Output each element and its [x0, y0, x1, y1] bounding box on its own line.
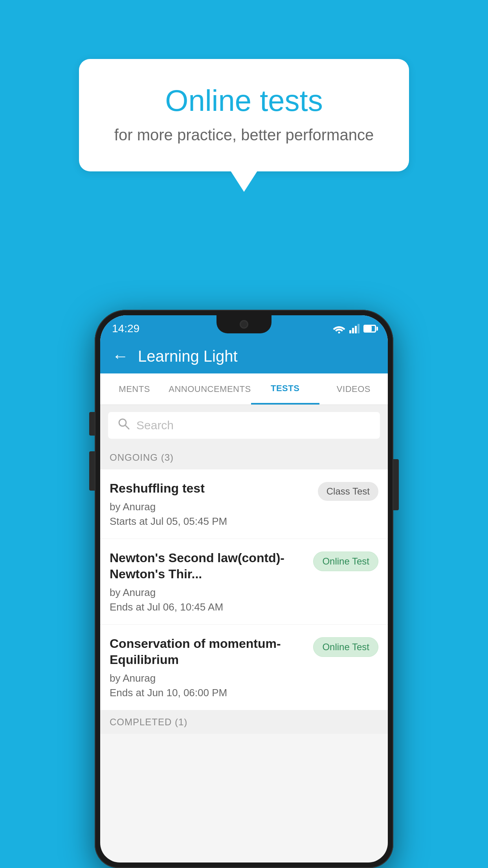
list-item[interactable]: Reshuffling test by Anurag Starts at Jul…	[100, 469, 388, 539]
svg-rect-2	[352, 328, 354, 333]
phone-frame: 14:29	[95, 310, 393, 868]
volume-down-button	[89, 451, 95, 491]
app-header: ← Learning Light	[100, 339, 388, 373]
svg-rect-4	[358, 324, 360, 333]
status-time: 14:29	[112, 322, 139, 335]
phone-container: 14:29	[95, 310, 393, 868]
test-by: by Anurag	[110, 501, 312, 513]
power-button	[393, 459, 399, 510]
speech-bubble-container: Online tests for more practice, better p…	[79, 59, 409, 171]
class-test-badge: Class Test	[318, 482, 378, 501]
online-test-badge: Online Test	[313, 637, 378, 657]
speech-bubble-subtitle: for more practice, better performance	[110, 126, 378, 144]
status-icons	[333, 324, 376, 333]
list-item[interactable]: Newton's Second law(contd)-Newton's Thir…	[100, 539, 388, 625]
search-icon	[117, 417, 130, 434]
test-by: by Anurag	[110, 587, 307, 599]
front-camera	[240, 320, 248, 329]
back-button[interactable]: ←	[112, 348, 128, 364]
tab-assignments[interactable]: MENTS	[100, 373, 169, 405]
svg-point-0	[338, 332, 340, 334]
completed-label: COMPLETED (1)	[110, 717, 187, 727]
test-info: Newton's Second law(contd)-Newton's Thir…	[110, 550, 307, 613]
phone-screen: 14:29	[100, 315, 388, 862]
signal-icon	[349, 324, 360, 333]
volume-up-button	[89, 412, 95, 436]
speech-bubble: Online tests for more practice, better p…	[79, 59, 409, 171]
tab-tests[interactable]: TESTS	[251, 373, 319, 405]
svg-rect-3	[355, 326, 357, 333]
search-bar[interactable]: Search	[108, 412, 380, 439]
test-info: Conservation of momentum-Equilibrium by …	[110, 636, 307, 699]
battery-indicator	[363, 325, 376, 333]
battery-icon	[363, 325, 376, 333]
tab-videos[interactable]: VIDEOS	[319, 373, 388, 405]
completed-section-header: COMPLETED (1)	[100, 710, 388, 734]
svg-rect-1	[349, 330, 351, 333]
search-container: Search	[100, 405, 388, 446]
speech-bubble-title: Online tests	[110, 83, 378, 118]
app-title: Learning Light	[138, 348, 238, 365]
test-name: Newton's Second law(contd)-Newton's Thir…	[110, 550, 307, 583]
test-name: Reshuffling test	[110, 480, 312, 497]
ongoing-label: ONGOING (3)	[110, 452, 174, 463]
test-time: Ends at Jun 10, 06:00 PM	[110, 687, 307, 699]
test-by: by Anurag	[110, 672, 307, 684]
test-time: Ends at Jul 06, 10:45 AM	[110, 601, 307, 613]
test-name: Conservation of momentum-Equilibrium	[110, 636, 307, 668]
test-list: Reshuffling test by Anurag Starts at Jul…	[100, 469, 388, 710]
online-test-badge: Online Test	[313, 552, 378, 571]
notch	[216, 315, 272, 333]
tab-announcements[interactable]: ANNOUNCEMENTS	[169, 373, 251, 405]
search-placeholder: Search	[136, 419, 174, 432]
test-info: Reshuffling test by Anurag Starts at Jul…	[110, 480, 312, 528]
wifi-icon	[333, 324, 345, 333]
svg-line-6	[125, 425, 129, 429]
test-time: Starts at Jul 05, 05:45 PM	[110, 515, 312, 528]
list-item[interactable]: Conservation of momentum-Equilibrium by …	[100, 625, 388, 710]
ongoing-section-header: ONGOING (3)	[100, 446, 388, 469]
tab-bar: MENTS ANNOUNCEMENTS TESTS VIDEOS	[100, 373, 388, 405]
